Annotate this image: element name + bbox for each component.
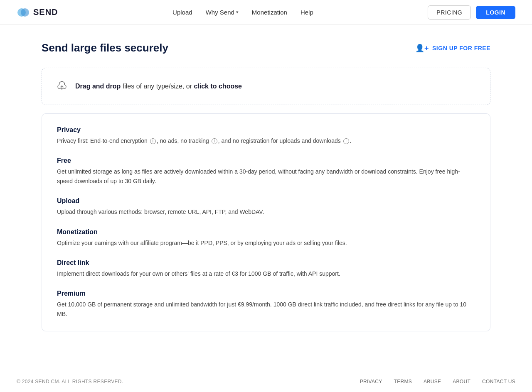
logo-text: SEND — [33, 7, 58, 17]
footer-link-contact-us[interactable]: CONTACT US — [482, 379, 515, 385]
footer-copyright: © 2024 SEND.CM. ALL RIGHTS RESERVED. — [17, 379, 123, 385]
nav-help[interactable]: Help — [300, 9, 313, 16]
main-content: Send large files securely 👤+ SIGN UP FOR… — [0, 25, 532, 371]
signup-link[interactable]: 👤+ SIGN UP FOR FREE — [415, 44, 491, 53]
info-icon-registration[interactable]: i — [343, 138, 349, 144]
feature-privacy: Privacy Privacy first: End-to-end encryp… — [57, 126, 475, 145]
page-title: Send large files securely — [42, 42, 168, 54]
feature-premium: Premium Get 10,000 GB of permanent stora… — [57, 290, 475, 318]
chevron-down-icon: ▾ — [236, 10, 239, 15]
nav-monetization[interactable]: Monetization — [252, 9, 287, 16]
logo-icon — [17, 6, 30, 19]
footer-link-abuse[interactable]: ABUSE — [424, 379, 441, 385]
feature-privacy-title: Privacy — [57, 126, 475, 134]
feature-privacy-desc: Privacy first: End-to-end encryption i, … — [57, 136, 475, 145]
logo[interactable]: SEND — [17, 6, 58, 19]
nav-upload[interactable]: Upload — [172, 9, 192, 16]
svg-point-1 — [21, 8, 29, 17]
feature-premium-title: Premium — [57, 290, 475, 297]
feature-direct-link-title: Direct link — [57, 259, 475, 267]
feature-monetization-desc: Optimize your earnings with our affiliat… — [57, 238, 475, 247]
drop-zone-text: Drag and drop files of any type/size, or… — [75, 83, 242, 90]
header-actions: PRICING LOGIN — [428, 5, 515, 20]
info-card: Privacy Privacy first: End-to-end encryp… — [42, 113, 490, 331]
feature-monetization-title: Monetization — [57, 228, 475, 236]
person-add-icon: 👤+ — [415, 44, 429, 53]
main-nav: Upload Why Send ▾ Monetization Help — [172, 9, 313, 16]
footer-link-terms[interactable]: TERMS — [394, 379, 412, 385]
feature-upload-title: Upload — [57, 197, 475, 205]
footer: © 2024 SEND.CM. ALL RIGHTS RESERVED. PRI… — [0, 371, 532, 392]
feature-direct-link-desc: Implement direct downloads for your own … — [57, 269, 475, 278]
feature-free: Free Get unlimited storage as long as fi… — [57, 157, 475, 186]
feature-free-desc: Get unlimited storage as long as files a… — [57, 167, 475, 186]
page-header: Send large files securely 👤+ SIGN UP FOR… — [42, 42, 490, 54]
feature-monetization: Monetization Optimize your earnings with… — [57, 228, 475, 247]
upload-icon — [54, 79, 69, 94]
info-icon-encryption[interactable]: i — [150, 138, 156, 144]
feature-premium-desc: Get 10,000 GB of permanent storage and u… — [57, 300, 475, 318]
info-icon-tracking[interactable]: i — [212, 138, 217, 144]
feature-upload-desc: Upload through various methods: browser,… — [57, 207, 475, 216]
login-button[interactable]: LOGIN — [476, 6, 515, 19]
footer-link-privacy[interactable]: PRIVACY — [360, 379, 382, 385]
feature-upload: Upload Upload through various methods: b… — [57, 197, 475, 216]
footer-link-about[interactable]: ABOUT — [453, 379, 470, 385]
drop-zone[interactable]: Drag and drop files of any type/size, or… — [42, 68, 490, 105]
pricing-button[interactable]: PRICING — [428, 5, 471, 20]
nav-why-send[interactable]: Why Send ▾ — [206, 9, 239, 16]
footer-links: PRIVACY TERMS ABUSE ABOUT CONTACT US — [360, 379, 515, 385]
feature-free-title: Free — [57, 157, 475, 164]
feature-direct-link: Direct link Implement direct downloads f… — [57, 259, 475, 278]
